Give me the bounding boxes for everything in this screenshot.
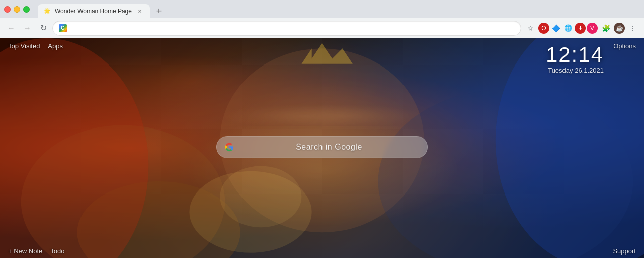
clock-time: 12:14: [546, 44, 604, 66]
active-tab[interactable]: 🌟 Wonder Woman Home Page ✕: [38, 4, 150, 18]
bottom-left: + New Note Todo: [8, 247, 65, 255]
crypto-wallet-icon: 🔷: [552, 24, 560, 32]
menu-button[interactable]: ⋮: [626, 21, 640, 35]
new-tab-page: Top Visited Apps Options 12:14 Tuesday 2…: [0, 38, 644, 258]
coffee-extension-icon[interactable]: ☕: [614, 23, 625, 34]
coffee-icon: ☕: [616, 25, 623, 32]
google-icon: G: [59, 24, 67, 32]
bookmark-button[interactable]: ☆: [523, 21, 537, 35]
extensions-button[interactable]: 🧩: [599, 21, 613, 35]
tab-bar: 🌟 Wonder Woman Home Page ✕ +: [38, 0, 640, 18]
img-downloader-icon[interactable]: ⬇: [575, 23, 586, 34]
opera-crypto-icon[interactable]: 🔷: [550, 23, 561, 34]
forward-icon: →: [23, 24, 31, 33]
maximize-button[interactable]: [23, 6, 30, 13]
back-icon: ←: [7, 24, 15, 33]
bottom-bar: + New Note Todo Support: [0, 244, 644, 258]
address-bar[interactable]: G: [52, 21, 521, 36]
search-container: Search in Google: [216, 136, 428, 158]
search-bar[interactable]: Search in Google: [216, 136, 428, 158]
nav-left: Top Visited Apps: [8, 42, 63, 50]
search-label[interactable]: Search in Google: [239, 143, 419, 152]
traffic-lights: [4, 6, 30, 13]
close-button[interactable]: [4, 6, 11, 13]
tab-close-icon[interactable]: ✕: [136, 7, 144, 15]
bookmark-icon: ☆: [527, 24, 534, 32]
translate-icon: 🌐: [564, 24, 572, 32]
reload-icon: ↻: [40, 23, 47, 33]
puzzle-icon: 🧩: [602, 24, 610, 32]
download-icon: ⬇: [578, 25, 583, 31]
tab-title: Wonder Woman Home Page: [55, 8, 132, 15]
top-visited-link[interactable]: Top Visited: [8, 42, 40, 50]
support-link[interactable]: Support: [613, 247, 636, 255]
eyes-area: [225, 100, 419, 133]
todo-link[interactable]: Todo: [50, 247, 64, 255]
reload-button[interactable]: ↻: [36, 21, 50, 35]
chrome-window: 🌟 Wonder Woman Home Page ✕ + ← → ↻ G ☆ O: [0, 0, 644, 258]
options-link[interactable]: Options: [613, 42, 636, 50]
toolbar: ← → ↻ G ☆ O 🔷 🌐 ⬇: [0, 18, 644, 38]
clock-date: Tuesday 26.1.2021: [546, 67, 604, 74]
back-button[interactable]: ←: [4, 21, 18, 35]
vpn-icon: V: [590, 25, 594, 31]
new-note-link[interactable]: + New Note: [8, 247, 42, 255]
toolbar-right: ☆ O 🔷 🌐 ⬇ V 🧩 ☕ ⋮: [523, 21, 640, 35]
new-tab-button[interactable]: +: [152, 4, 166, 18]
clock-area: 12:14 Tuesday 26.1.2021: [546, 44, 604, 74]
apps-link[interactable]: Apps: [48, 42, 63, 50]
address-input[interactable]: [71, 24, 515, 32]
vpn-extension-icon[interactable]: V: [587, 23, 598, 34]
menu-dots-icon: ⋮: [629, 24, 636, 32]
search-google-icon: [225, 143, 234, 152]
translate-extension-icon[interactable]: 🌐: [562, 23, 574, 34]
minimize-button[interactable]: [14, 6, 20, 13]
opera-extension-icon[interactable]: O: [538, 23, 549, 34]
tab-favicon-icon: 🌟: [44, 8, 51, 15]
title-bar: 🌟 Wonder Woman Home Page ✕ +: [0, 0, 644, 18]
opera-logo: O: [541, 25, 546, 32]
forward-button[interactable]: →: [20, 21, 34, 35]
